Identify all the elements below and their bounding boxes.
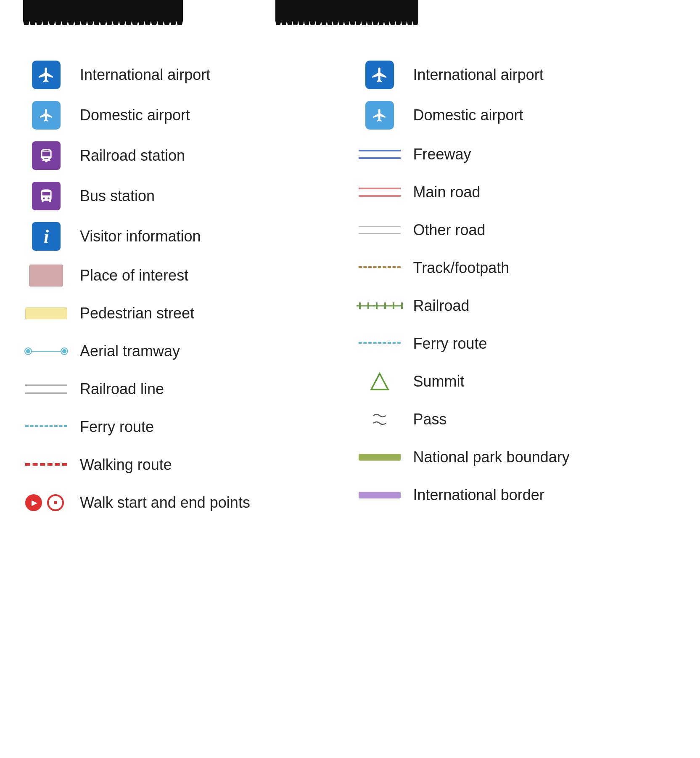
intl-airport-left-label: International airport — [80, 66, 210, 84]
pass-label: Pass — [413, 411, 447, 428]
legend-item-ferry-route-left: Ferry route — [17, 408, 350, 446]
intl-border-icon — [359, 492, 401, 498]
decoration-bar-right — [275, 0, 418, 34]
dom-airport-right-icon — [359, 101, 401, 130]
walking-route-label: Walking route — [80, 456, 172, 474]
national-park-icon — [359, 454, 401, 461]
railroad-line-icon — [25, 384, 67, 394]
national-park-label: National park boundary — [413, 448, 570, 466]
summit-icon — [359, 371, 401, 392]
legend-item-main-road: Main road — [350, 173, 684, 211]
legend-item-intl-border: International border — [350, 476, 684, 514]
walk-points-icon — [25, 494, 67, 511]
legend-item-railroad-station: Railroad station — [17, 135, 350, 176]
dom-airport-right-label: Domestic airport — [413, 106, 523, 124]
legend-item-intl-airport-left: International airport — [17, 55, 350, 95]
legend-item-walking-route: Walking route — [17, 446, 350, 484]
place-interest-label: Place of interest — [80, 267, 188, 284]
legend-item-visitor-info: i Visitor information — [17, 216, 350, 257]
intl-airport-right-icon — [359, 61, 401, 89]
railroad-station-label: Railroad station — [80, 147, 185, 164]
aerial-tramway-label: Aerial tramway — [80, 342, 180, 360]
dom-airport-left-icon — [25, 101, 67, 130]
decoration-bar-left — [23, 0, 183, 34]
visitor-info-label: Visitor information — [80, 228, 201, 245]
legend-item-intl-airport-right: International airport — [350, 55, 684, 95]
place-interest-icon — [25, 265, 67, 286]
legend-item-dom-airport-right: Domestic airport — [350, 95, 684, 135]
svg-marker-7 — [371, 374, 388, 390]
summit-label: Summit — [413, 373, 465, 390]
bus-station-label: Bus station — [80, 187, 155, 205]
railroad-line-label: Railroad line — [80, 380, 164, 398]
legend-item-bus-station: Bus station — [17, 176, 350, 216]
legend-item-railroad-line: Railroad line — [17, 370, 350, 408]
bus-station-icon — [25, 182, 67, 210]
legend-item-ferry-route-right: Ferry route — [350, 325, 684, 363]
pedestrian-street-icon — [25, 307, 67, 319]
aerial-tramway-icon — [25, 347, 67, 355]
main-road-icon — [359, 188, 401, 197]
pass-icon — [359, 409, 401, 430]
legend-column-right: International airport Domestic airport — [350, 55, 684, 522]
legend-item-pedestrian-street: Pedestrian street — [17, 294, 350, 332]
freeway-icon — [359, 150, 401, 159]
legend-item-place-interest: Place of interest — [17, 257, 350, 294]
ferry-route-right-label: Ferry route — [413, 335, 487, 352]
legend-item-summit: Summit — [350, 363, 684, 400]
legend-item-other-road: Other road — [350, 211, 684, 249]
legend-item-walk-points: Walk start and end points — [17, 484, 350, 522]
main-road-label: Main road — [413, 183, 481, 201]
intl-airport-right-label: International airport — [413, 66, 544, 84]
ferry-route-right-icon — [359, 342, 401, 345]
legend-item-dom-airport-left: Domestic airport — [17, 95, 350, 135]
railroad-right-label: Railroad — [413, 297, 470, 315]
ferry-route-left-icon — [25, 425, 67, 429]
legend-item-national-park: National park boundary — [350, 438, 684, 476]
railroad-right-icon-wrapper — [359, 301, 401, 310]
track-footpath-icon — [359, 266, 401, 270]
intl-airport-left-icon — [25, 61, 67, 89]
legend-column-left: International airport Domestic airport — [17, 55, 350, 522]
walk-points-label: Walk start and end points — [80, 494, 250, 512]
legend-item-track-footpath: Track/footpath — [350, 249, 684, 287]
walking-route-icon — [25, 463, 67, 466]
ferry-route-left-label: Ferry route — [80, 418, 154, 436]
track-footpath-label: Track/footpath — [413, 259, 510, 277]
visitor-info-icon: i — [25, 222, 67, 251]
legend-item-pass: Pass — [350, 400, 684, 438]
railroad-station-icon — [25, 141, 67, 170]
pedestrian-street-label: Pedestrian street — [80, 305, 194, 322]
other-road-icon — [359, 226, 401, 234]
other-road-label: Other road — [413, 221, 486, 239]
freeway-label: Freeway — [413, 146, 471, 163]
dom-airport-left-label: Domestic airport — [80, 106, 190, 124]
legend-item-railroad-right: Railroad — [350, 287, 684, 325]
intl-border-label: International border — [413, 486, 544, 504]
legend-item-aerial-tramway: Aerial tramway — [17, 332, 350, 370]
legend-item-freeway: Freeway — [350, 135, 684, 173]
